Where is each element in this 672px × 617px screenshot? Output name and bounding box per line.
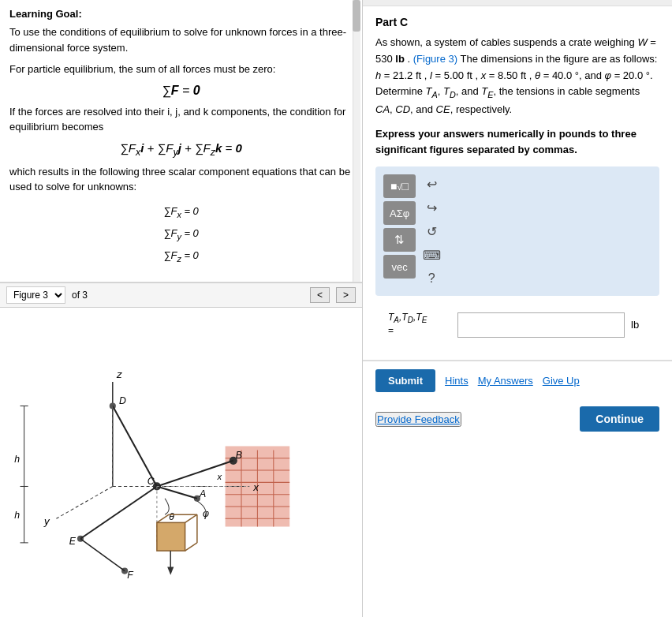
part-c-description: As shown, a system of cables suspends a …	[375, 35, 659, 118]
answer-input[interactable]	[457, 312, 625, 338]
math-tool-arrows[interactable]: ⇅	[383, 228, 416, 252]
top-bar-stub	[363, 0, 672, 6]
math-buttons-col: ■√□ ΑΣφ ⇅ vec	[383, 174, 416, 288]
left-panel: Learning Goal: To use the conditions of …	[0, 0, 363, 617]
svg-text:θ: θ	[169, 512, 174, 523]
part-c-section: Part C As shown, a system of cables susp…	[363, 6, 672, 361]
figure-prev-button[interactable]: <	[310, 287, 330, 303]
provide-feedback-button[interactable]: Provide Feedback	[375, 412, 461, 427]
reset-button[interactable]: ↺	[422, 222, 441, 241]
my-answers-button[interactable]: My Answers	[478, 375, 533, 387]
give-up-button[interactable]: Give Up	[543, 375, 580, 387]
math-tool-vec[interactable]: vec	[383, 255, 416, 279]
learning-goal-title: Learning Goal:	[9, 8, 353, 20]
hints-button[interactable]: Hints	[445, 375, 469, 387]
math-tool-fraction-sqrt[interactable]: ■√□	[383, 174, 416, 198]
redo-button[interactable]: ↪	[422, 198, 441, 217]
bottom-actions: Submit Hints My Answers Give Up	[363, 361, 672, 400]
learning-goal-text-4: which results in the following three sca…	[9, 164, 353, 195]
answer-unit: lb	[631, 319, 647, 331]
figure-toolbar: Figure 3 Figure 1 Figure 2 of 3 < >	[0, 283, 362, 308]
learning-goal-section: Learning Goal: To use the conditions of …	[0, 0, 362, 282]
answer-label: TA,TD,TE =	[388, 312, 451, 338]
svg-text:B: B	[236, 450, 242, 461]
express-text: Express your answers numerically in poun…	[375, 126, 659, 157]
svg-text:E: E	[69, 536, 77, 547]
math-editor-inner: ■√□ ΑΣφ ⇅ vec ↩ ↪ ↺ ⌨	[383, 174, 651, 288]
figure-diagram: z x y D C A	[0, 308, 362, 617]
undo-button[interactable]: ↩	[422, 174, 441, 193]
svg-text:h: h	[14, 510, 20, 522]
math-right-col: ↩ ↪ ↺ ⌨ ?	[422, 174, 441, 288]
help-button[interactable]: ?	[422, 269, 441, 288]
svg-text:C: C	[147, 477, 155, 488]
figure-of-label: of 3	[72, 290, 88, 301]
learning-goal-text-2: For particle equilibrium, the sum of all…	[9, 62, 353, 77]
sum-f-zero: ∑F = 0	[9, 84, 353, 98]
learning-goal-text-3: If the forces are resolved into their i,…	[9, 104, 353, 135]
answer-row: TA,TD,TE = lb	[375, 305, 659, 344]
svg-text:D: D	[119, 396, 126, 407]
svg-rect-46	[157, 523, 185, 552]
math-tool-greek[interactable]: ΑΣφ	[383, 201, 416, 225]
continue-button[interactable]: Continue	[580, 406, 659, 432]
svg-text:z: z	[116, 368, 122, 380]
right-panel: Part C As shown, a system of cables susp…	[363, 0, 672, 617]
svg-text:x: x	[216, 473, 222, 482]
part-c-title: Part C	[375, 16, 659, 28]
figure-content: z x y D C A	[0, 308, 362, 617]
figure-panel: Figure 3 Figure 1 Figure 2 of 3 < >	[0, 282, 362, 617]
figure-next-button[interactable]: >	[336, 287, 356, 303]
submit-button[interactable]: Submit	[375, 369, 435, 392]
figure-3-link[interactable]: (Figure 3)	[413, 53, 457, 65]
svg-rect-0	[0, 326, 362, 600]
scalar-equations: ∑Fx = 0 ∑Fy = 0 ∑Fz = 0	[9, 201, 353, 268]
svg-text:h: h	[14, 454, 20, 465]
answer-label-eq: =	[388, 325, 451, 338]
keyboard-button[interactable]: ⌨	[422, 245, 441, 264]
sum-f-components: ∑Fxi + ∑Fyj + ∑Fzk = 0	[9, 141, 353, 158]
learning-goal-text-1: To use the conditions of equilibrium to …	[9, 24, 353, 55]
math-editor-area: ■√□ ΑΣφ ⇅ vec ↩ ↪ ↺ ⌨	[375, 166, 659, 296]
answer-label-top: TA,TD,TE	[388, 312, 451, 325]
svg-text:A: A	[199, 488, 206, 499]
figure-select[interactable]: Figure 3 Figure 1 Figure 2	[6, 286, 65, 304]
footer-row: Provide Feedback Continue	[363, 400, 672, 441]
